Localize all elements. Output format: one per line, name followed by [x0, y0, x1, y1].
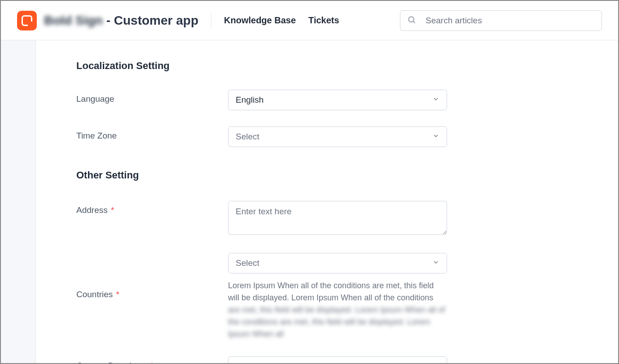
app-logo-icon [17, 11, 37, 30]
label-custom-dropdown: Custom Dropdown * [76, 356, 228, 363]
select-countries[interactable]: Select [228, 253, 447, 273]
nav-tickets[interactable]: Tickets [308, 15, 339, 26]
select-custom-dropdown-placeholder: Select [236, 362, 259, 363]
label-custom-dropdown-text: Custom Dropdown [76, 361, 147, 363]
header: Bold Sign - Customer app Knowledge Base … [1, 1, 618, 40]
svg-point-0 [408, 17, 414, 22]
label-countries: Countries * [76, 253, 228, 299]
label-language: Language [76, 90, 228, 104]
chevron-down-icon [432, 258, 439, 268]
help-text-blurred: are met, this field will be displayed. L… [228, 305, 445, 338]
body-wrap: Localization Setting Language English Ti… [1, 40, 618, 363]
chevron-down-icon [432, 95, 439, 105]
search-input[interactable] [400, 10, 602, 31]
required-mark: * [116, 290, 119, 299]
select-language-value: English [236, 95, 263, 105]
select-countries-placeholder: Select [236, 258, 259, 268]
select-timezone-placeholder: Select [236, 132, 259, 142]
search-wrap [400, 10, 602, 31]
sidebar [1, 40, 36, 363]
form-row-countries: Countries * Select Lorem Ipsum When all … [76, 253, 618, 340]
required-mark: * [150, 361, 154, 363]
label-address: Address * [76, 201, 228, 215]
main-content: Localization Setting Language English Ti… [36, 40, 618, 363]
select-custom-dropdown[interactable]: Select [228, 356, 447, 363]
form-row-address: Address * [76, 201, 618, 237]
brand-suffix: - Customer app [106, 13, 198, 28]
form-row-custom-dropdown: Custom Dropdown * Select [76, 356, 618, 363]
section-title-localization: Localization Setting [76, 60, 618, 72]
svg-line-1 [413, 21, 415, 23]
chevron-down-icon [432, 362, 439, 363]
section-title-other: Other Setting [76, 169, 618, 181]
help-text-countries: Lorem Ipsum When all of the conditions a… [228, 280, 447, 340]
required-mark: * [111, 205, 114, 215]
textarea-address[interactable] [228, 201, 447, 235]
search-icon [407, 15, 416, 26]
form-row-timezone: Time Zone Select [76, 126, 618, 147]
help-text-visible: Lorem Ipsum When all of the conditions a… [228, 281, 434, 302]
select-language[interactable]: English [228, 90, 447, 110]
chevron-down-icon [432, 132, 439, 142]
form-row-language: Language English [76, 90, 618, 110]
brand-name-blurred: Bold Sign [44, 13, 103, 28]
label-address-text: Address [76, 205, 108, 215]
nav-knowledge-base[interactable]: Knowledge Base [224, 15, 296, 26]
label-countries-text: Countries [76, 290, 113, 299]
select-timezone[interactable]: Select [228, 126, 447, 147]
label-timezone: Time Zone [76, 126, 228, 141]
header-divider [211, 13, 211, 29]
